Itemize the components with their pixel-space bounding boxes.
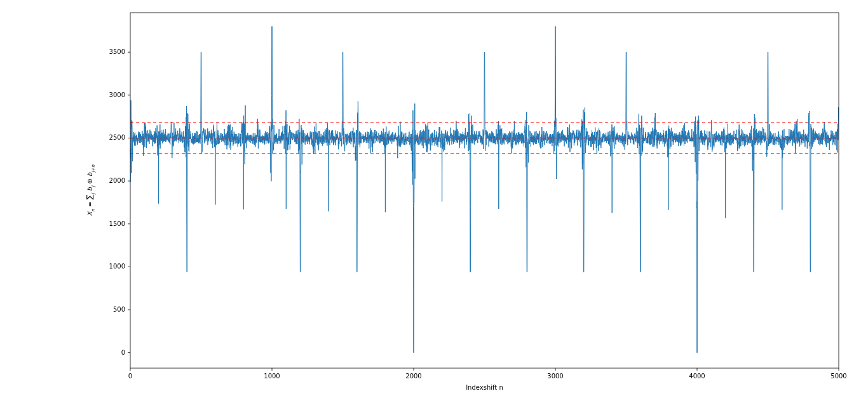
y-tick-label: 3000 — [109, 91, 125, 98]
y-tick-label: 2000 — [109, 177, 125, 184]
x-axis-label: Indexshift n — [466, 384, 503, 391]
y-tick-label: 3500 — [109, 48, 125, 55]
x-tick-label: 1000 — [264, 373, 280, 380]
y-tick-label: 2500 — [109, 134, 125, 141]
x-tick-label: 0 — [128, 373, 132, 380]
line-chart: 010002000300040005000 050010001500200025… — [0, 0, 868, 417]
chart-container: 010002000300040005000 050010001500200025… — [0, 0, 868, 417]
x-tick-label: 5000 — [831, 373, 846, 380]
y-axis-label: Xn = ∑j bj ⊕ bj+n — [85, 164, 96, 216]
x-tick-label: 2000 — [405, 373, 421, 380]
y-tick-label: 500 — [113, 306, 125, 313]
x-tick-label: 4000 — [689, 373, 705, 380]
x-tick-label: 3000 — [547, 373, 563, 380]
data-series-line — [130, 27, 839, 353]
y-tick-label: 1500 — [109, 220, 125, 227]
y-tick-label: 0 — [121, 349, 125, 356]
y-tick-label: 1000 — [109, 263, 125, 270]
